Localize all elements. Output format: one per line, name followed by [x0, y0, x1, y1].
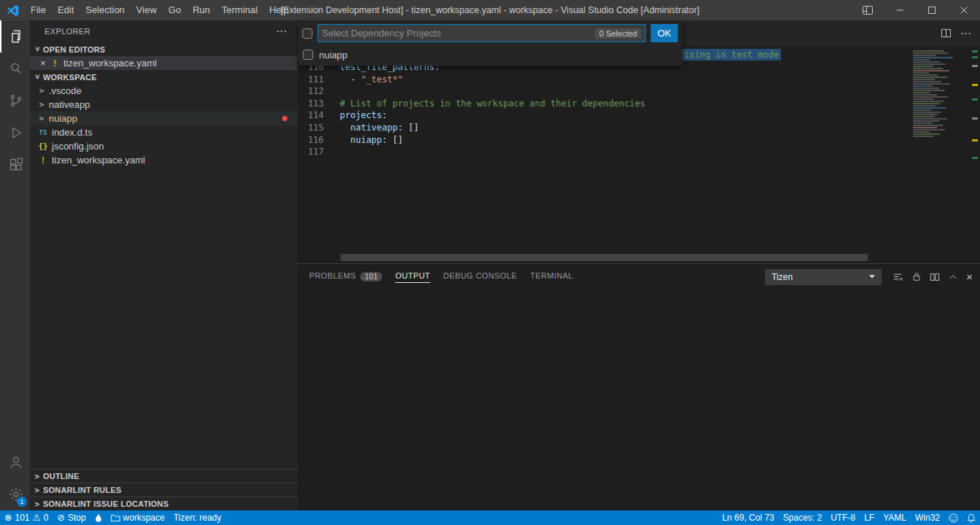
quick-input-box[interactable]: Select Dependency Projects 0 Selected: [318, 24, 646, 42]
menu-edit[interactable]: Edit: [52, 0, 79, 20]
code-line-114[interactable]: 114projects:: [298, 109, 980, 122]
chevron-right-icon: >: [37, 86, 46, 96]
split-editor-icon[interactable]: [941, 28, 952, 39]
maximize-panel-icon[interactable]: [948, 272, 958, 282]
toggle-all-checkbox[interactable]: [303, 28, 313, 39]
flame-icon: [95, 513, 102, 523]
more-actions-icon[interactable]: ⋯: [276, 28, 287, 35]
status-cursor-position[interactable]: Ln 69, Col 73: [718, 510, 778, 525]
open-editors-header[interactable]: > OPEN EDITORS: [30, 42, 298, 56]
quick-input-placeholder: Select Dependency Projects: [322, 28, 595, 39]
panel-tabs: PROBLEMS101OUTPUTDEBUG CONSOLETERMINAL: [309, 271, 586, 283]
panel-content[interactable]: [298, 289, 980, 510]
code-line-117[interactable]: 117: [298, 146, 980, 158]
menu-terminal[interactable]: Terminal: [216, 0, 263, 20]
settings-gear-icon[interactable]: 1: [0, 478, 30, 510]
menu-file[interactable]: File: [25, 0, 52, 20]
open-editor-tizen_workspace.yaml[interactable]: ×!tizen_workspace.yaml: [30, 56, 298, 70]
activity-bar: 1: [0, 20, 30, 510]
output-channel-select[interactable]: Tizen: [765, 269, 882, 285]
horizontal-scrollbar[interactable]: [341, 254, 868, 261]
status-eol[interactable]: LF: [860, 510, 879, 525]
editor-more-actions-icon[interactable]: ⋯: [960, 30, 971, 37]
line-number: 112: [298, 85, 324, 98]
menu-go[interactable]: Go: [163, 0, 187, 20]
close-button[interactable]: [948, 0, 980, 20]
quick-pick-item-nuiapp[interactable]: nuiapp: [298, 46, 682, 63]
menu-selection[interactable]: Selection: [79, 0, 130, 20]
code-line-111[interactable]: 111 - "_test*": [298, 74, 980, 86]
menu-run[interactable]: Run: [187, 0, 216, 20]
search-icon[interactable]: [0, 52, 30, 85]
extensions-icon[interactable]: [0, 149, 30, 181]
item-checkbox[interactable]: [303, 50, 314, 60]
code-line-116[interactable]: 116 nuiapp: []: [298, 134, 980, 147]
source-control-icon[interactable]: [0, 85, 30, 117]
status-encoding[interactable]: UTF-8: [826, 510, 860, 525]
code-token: []: [392, 135, 402, 145]
panel-tab-debug-console[interactable]: DEBUG CONSOLE: [443, 271, 517, 283]
status-text: workspace: [123, 513, 165, 523]
maximize-button[interactable]: [916, 0, 948, 20]
tree-item-label: nuiapp: [49, 113, 77, 124]
section-sonarlint-issue-locations[interactable]: >SONARLINT ISSUE LOCATIONS: [30, 497, 298, 510]
status-notifications[interactable]: [962, 510, 980, 525]
status-text: 101: [15, 513, 29, 523]
workspace-header[interactable]: > WORKSPACE: [30, 70, 298, 84]
layout-toggle-icon[interactable]: [852, 0, 884, 20]
chevron-down-icon: >: [33, 71, 42, 83]
folder--vscode[interactable]: >.vscode: [30, 84, 298, 98]
status-language-mode[interactable]: YAML: [879, 510, 911, 525]
panel-tab-problems[interactable]: PROBLEMS101: [309, 271, 382, 283]
status-workspace[interactable]: workspace: [106, 510, 169, 525]
folder-nativeapp[interactable]: >nativeapp: [30, 98, 298, 112]
minimize-button[interactable]: [884, 0, 916, 20]
folder-nuiapp[interactable]: >nuiapp: [30, 112, 298, 125]
menu-help[interactable]: Help: [263, 0, 295, 20]
panel-tab-output[interactable]: OUTPUT: [395, 271, 430, 283]
lock-scroll-icon[interactable]: [911, 271, 922, 282]
account-icon[interactable]: [0, 446, 30, 478]
title-bar: FileEditSelectionViewGoRunTerminalHelp […: [0, 0, 980, 20]
quick-input-list: nuiapp: [298, 46, 682, 63]
minimap-line: [913, 136, 933, 137]
ok-button[interactable]: OK: [651, 24, 678, 42]
code-token: :: [382, 110, 387, 120]
code-line-112[interactable]: 112: [298, 85, 980, 98]
status-flame[interactable]: [90, 510, 106, 525]
code-line-113[interactable]: 113# List of projects in the workspace a…: [298, 98, 980, 110]
code-area[interactable]: ising in test mode 110test_file_patterns…: [298, 46, 980, 263]
split-panel-icon[interactable]: [930, 272, 940, 282]
warning-icon: ⚠: [33, 513, 41, 523]
section-outline[interactable]: >OUTLINE: [30, 469, 298, 483]
minimap-line: [913, 116, 935, 117]
run-debug-icon[interactable]: [0, 117, 30, 149]
status-problems[interactable]: ⊗101⚠0: [0, 510, 52, 525]
minimap[interactable]: [913, 50, 970, 138]
status-feedback[interactable]: [944, 510, 962, 525]
status-indentation[interactable]: Spaces: 2: [779, 510, 826, 525]
clear-output-icon[interactable]: [892, 271, 903, 282]
code-token: :: [397, 122, 408, 133]
status-stop[interactable]: ⊘Stop: [52, 510, 90, 525]
menu-view[interactable]: View: [131, 0, 163, 20]
minimap-line: [913, 133, 940, 135]
explorer-icon[interactable]: [0, 20, 30, 52]
code-token: []: [408, 122, 419, 133]
section-sonarlint-rules[interactable]: >SONARLINT RULES: [30, 483, 298, 497]
close-panel-icon[interactable]: ×: [966, 272, 973, 282]
quick-pick-item-label: nuiapp: [319, 50, 348, 61]
minimap-line: [913, 92, 930, 93]
bell-icon: [967, 513, 976, 523]
code-line-115[interactable]: 115 nativeapp: []: [298, 122, 980, 134]
file-tizen_workspace-yaml[interactable]: !tizen_workspace.yaml: [30, 153, 298, 167]
tree-item-label: jsconfig.json: [52, 141, 104, 152]
chevron-right-icon: >: [37, 100, 46, 109]
panel-tab-terminal[interactable]: TERMINAL: [530, 271, 573, 283]
file-index-d-ts[interactable]: TSindex.d.ts: [30, 125, 298, 139]
close-editor-icon[interactable]: ×: [37, 58, 49, 69]
file-jsconfig-json[interactable]: {}jsconfig.json: [30, 139, 298, 153]
minimap-line: [913, 88, 939, 89]
status-tizen-status[interactable]: Tizen: ready: [169, 510, 226, 525]
status-platform[interactable]: Win32: [911, 510, 944, 525]
